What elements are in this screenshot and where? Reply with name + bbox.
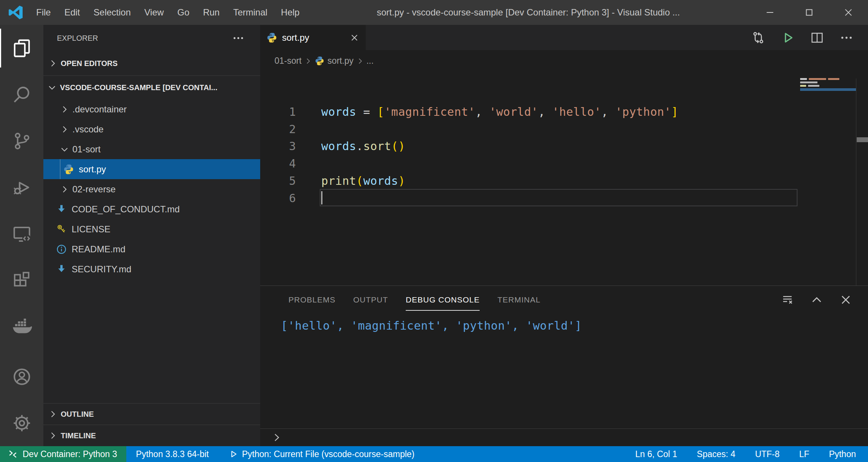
minimap[interactable]: [800, 78, 856, 91]
title-bar: FileEditSelectionViewGoRunTerminalHelp s…: [0, 0, 868, 25]
activity-source-control[interactable]: [0, 118, 43, 164]
menu-run[interactable]: Run: [196, 0, 226, 25]
activity-extensions[interactable]: [0, 257, 43, 303]
tree-item-label: CODE_OF_CONDUCT.md: [72, 204, 180, 215]
workspace-root-item[interactable]: VSCODE-COURSE-SAMPLE [DEV CONTAI...: [43, 76, 260, 99]
minimize-button[interactable]: [750, 0, 790, 25]
breadcrumb-item[interactable]: ...: [367, 56, 374, 66]
explorer-sidebar: EXPLORER OPEN EDITORS VSCODE-COURSE-SAMP…: [43, 25, 260, 446]
chevron-right-icon: [304, 57, 312, 65]
status-item-ln-6-col-1[interactable]: Ln 6, Col 1: [626, 446, 687, 462]
panel-tab-terminal[interactable]: TERMINAL: [497, 286, 540, 313]
activity-search[interactable]: [0, 71, 43, 118]
search-icon: [12, 84, 32, 105]
tree-item-label: sort.py: [79, 164, 106, 175]
tree-item-label: README.md: [72, 244, 126, 255]
maximize-panel-button[interactable]: [804, 286, 829, 313]
chevron-right-icon: [60, 124, 69, 134]
status-item-0[interactable]: Python 3.8.3 64-bit: [126, 446, 219, 462]
code-token: .: [356, 140, 363, 153]
tree-item-readme-md[interactable]: README.md: [43, 239, 260, 259]
activity-explorer[interactable]: [0, 25, 43, 71]
gear-icon: [12, 413, 32, 433]
tab-sort-py[interactable]: sort.py: [260, 25, 366, 50]
markdown-arrow-icon: [56, 264, 67, 275]
line-number: 4: [260, 155, 296, 172]
menu-edit[interactable]: Edit: [58, 0, 87, 25]
tree-item-sort-py[interactable]: sort.py: [43, 159, 260, 179]
menu-terminal[interactable]: Terminal: [226, 0, 274, 25]
markdown-arrow-icon: [56, 204, 67, 215]
run-button[interactable]: [773, 25, 802, 50]
breadcrumb[interactable]: 01-sortsort.py...: [260, 50, 868, 72]
code-token: sort: [363, 140, 391, 153]
activity-run-debug[interactable]: [0, 164, 43, 210]
status-item-label: Python: Current File (vscode-course-samp…: [242, 449, 415, 459]
code-line-5[interactable]: print(words): [321, 172, 405, 190]
close-panel-button[interactable]: [833, 286, 858, 313]
run-debug-icon: [12, 177, 32, 198]
chevron-down-icon: [60, 144, 69, 154]
tree-item--devcontainer[interactable]: .devcontainer: [43, 99, 260, 119]
activity-remote-explorer[interactable]: [0, 210, 43, 257]
debug-console-input[interactable]: [260, 428, 868, 446]
panel-tab-debug-console[interactable]: DEBUG CONSOLE: [406, 286, 480, 313]
menu-help[interactable]: Help: [274, 0, 306, 25]
sidebar-title: EXPLORER: [57, 34, 98, 43]
code-token: print: [321, 174, 356, 187]
status-item-lf[interactable]: LF: [790, 446, 819, 462]
status-item-label: Python 3.8.3 64-bit: [136, 449, 209, 459]
open-changes-icon: [751, 31, 765, 45]
remote-indicator[interactable]: Dev Container: Python 3: [0, 446, 126, 462]
tree-item-label: .vscode: [72, 124, 104, 135]
tab-close-icon[interactable]: [349, 32, 360, 43]
tree-item--vscode[interactable]: .vscode: [43, 119, 260, 139]
section-outline[interactable]: OUTLINE: [43, 403, 260, 425]
status-item-utf-8[interactable]: UTF-8: [745, 446, 789, 462]
ellipsis-icon[interactable]: [231, 32, 246, 44]
code-line-3[interactable]: words.sort(): [321, 138, 405, 155]
panel-tab-output[interactable]: OUTPUT: [353, 286, 388, 313]
editor-scrollbar[interactable]: [856, 78, 868, 285]
close-button[interactable]: [829, 0, 868, 25]
key-icon: [56, 224, 67, 235]
breadcrumb-item[interactable]: sort.py: [328, 56, 354, 66]
code-token: (: [356, 174, 363, 187]
python-icon: [266, 32, 278, 43]
menu-selection[interactable]: Selection: [87, 0, 138, 25]
code-token: words: [363, 174, 398, 187]
menu-view[interactable]: View: [138, 0, 171, 25]
menu-go[interactable]: Go: [170, 0, 196, 25]
panel-tab-problems[interactable]: PROBLEMS: [288, 286, 336, 313]
menu-file[interactable]: File: [29, 0, 58, 25]
activity-docker[interactable]: [0, 303, 43, 350]
code-line-1[interactable]: words = ['magnificent', 'world', 'hello'…: [321, 103, 678, 121]
activity-accounts[interactable]: [0, 353, 43, 400]
code-editor[interactable]: 1words = ['magnificent', 'world', 'hello…: [260, 97, 868, 285]
remote-explorer-icon: [12, 224, 32, 244]
status-item-1[interactable]: Python: Current File (vscode-course-samp…: [219, 446, 425, 462]
maximize-button[interactable]: [790, 0, 829, 25]
more-actions-button[interactable]: [832, 25, 861, 50]
tree-item-01-sort[interactable]: 01-sort: [43, 139, 260, 159]
breadcrumb-item[interactable]: 01-sort: [275, 56, 302, 66]
clear-console-button[interactable]: [775, 286, 800, 313]
open-editors-section[interactable]: OPEN EDITORS: [43, 51, 260, 76]
tree-item-license[interactable]: LICENSE: [43, 219, 260, 239]
activity-settings[interactable]: [0, 400, 43, 446]
scrollbar-thumb[interactable]: [857, 137, 868, 142]
section-timeline[interactable]: TIMELINE: [43, 425, 260, 446]
status-bar-main: Python 3.8.3 64-bitPython: Current File …: [126, 446, 868, 462]
maximize-icon: [804, 7, 815, 18]
split-editor-button[interactable]: [802, 25, 832, 50]
editor-actions: [744, 25, 868, 50]
line-number: 6: [260, 190, 296, 207]
status-bar: Dev Container: Python 3 Python 3.8.3 64-…: [0, 446, 868, 462]
open-changes-button[interactable]: [744, 25, 773, 50]
tree-item-security-md[interactable]: SECURITY.md: [43, 259, 260, 279]
tree-item-code-of-conduct-md[interactable]: CODE_OF_CONDUCT.md: [43, 199, 260, 219]
status-item-spaces-4[interactable]: Spaces: 4: [687, 446, 745, 462]
bottom-panel: PROBLEMSOUTPUTDEBUG CONSOLETERMINAL ['he…: [260, 285, 868, 446]
status-item-python[interactable]: Python: [819, 446, 866, 462]
tree-item-02-reverse[interactable]: 02-reverse: [43, 179, 260, 199]
